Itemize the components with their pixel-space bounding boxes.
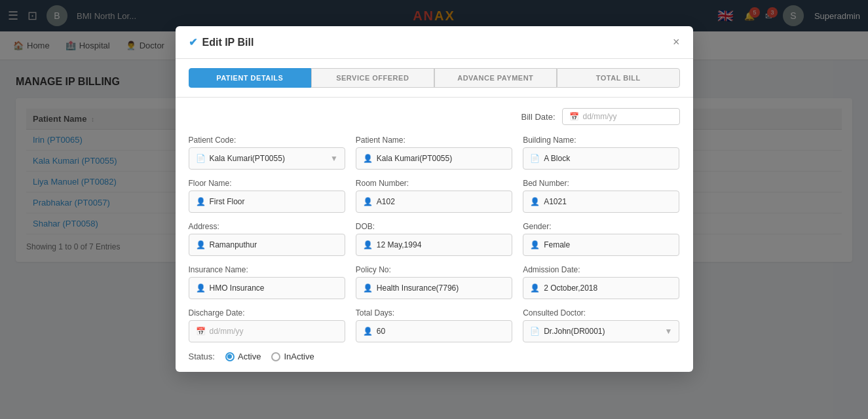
field-value: 2 October,2018 xyxy=(544,283,672,293)
field-value: HMO Insurance xyxy=(210,283,338,293)
status-active-text: Active xyxy=(238,352,261,361)
form-field-3[interactable]: 👤First Floor xyxy=(189,191,345,213)
field-value: Kala Kumari(PT0055) xyxy=(377,154,505,163)
field-value: First Floor xyxy=(210,197,338,206)
form-label-1: Patient Name: xyxy=(356,136,512,145)
form-group-8: Gender:👤Female xyxy=(523,222,679,256)
user-icon: 👤 xyxy=(530,283,540,293)
field-value: A1021 xyxy=(544,197,672,206)
user-icon: 👤 xyxy=(530,197,540,206)
form-group-2: Building Name:📄A Block xyxy=(523,136,679,170)
form-field-6[interactable]: 👤Ramanputhur xyxy=(189,234,345,256)
file-icon: 📄 xyxy=(530,327,540,336)
form-label-14: Consulted Doctor: xyxy=(523,308,679,318)
user-icon: 👤 xyxy=(363,240,373,249)
form-label-4: Room Number: xyxy=(356,179,512,188)
dropdown-arrow: ▼ xyxy=(665,327,673,336)
form-group-10: Policy No:👤Health Insurance(7796) xyxy=(356,265,512,299)
user-icon: 👤 xyxy=(363,283,373,293)
user-icon: 👤 xyxy=(530,240,540,249)
form-field-0[interactable]: 📄Kala Kumari(PT0055)▼ xyxy=(189,147,345,170)
field-value: 12 May,1994 xyxy=(377,240,505,249)
calendar-icon: 📅 xyxy=(569,112,579,121)
form-group-1: Patient Name:👤Kala Kumari(PT0055) xyxy=(356,136,512,170)
form-label-5: Bed Number: xyxy=(523,179,679,188)
status-active-label[interactable]: Active xyxy=(225,352,261,361)
user-icon: 👤 xyxy=(196,197,206,206)
form-label-12: Discharge Date: xyxy=(189,308,345,318)
form-field-8[interactable]: 👤Female xyxy=(523,234,679,256)
form-group-3: Floor Name:👤First Floor xyxy=(189,179,345,213)
user-icon: 👤 xyxy=(196,283,206,293)
form-field-4[interactable]: 👤A102 xyxy=(356,191,512,213)
modal-title-text: Edit IP Bill xyxy=(202,37,254,48)
modal-overlay: ✔ Edit IP Bill × PATIENT DETAILS SERVICE… xyxy=(0,0,868,419)
user-icon: 👤 xyxy=(363,154,373,163)
dropdown-arrow: ▼ xyxy=(330,154,338,163)
form-label-10: Policy No: xyxy=(356,265,512,274)
modal: ✔ Edit IP Bill × PATIENT DETAILS SERVICE… xyxy=(176,26,693,372)
form-field-2[interactable]: 📄A Block xyxy=(523,147,679,170)
form-group-14: Consulted Doctor:📄Dr.John(DR0001)▼ xyxy=(523,308,679,342)
form-group-12: Discharge Date:📅dd/mm/yy xyxy=(189,308,345,342)
field-value: A Block xyxy=(544,154,672,163)
form-field-5[interactable]: 👤A1021 xyxy=(523,191,679,213)
bill-date-row: Bill Date: 📅 dd/mm/yy xyxy=(189,108,680,125)
status-row: Status: Active InActive xyxy=(189,352,680,361)
form-label-2: Building Name: xyxy=(523,136,679,145)
field-value: Female xyxy=(544,240,672,249)
field-value: A102 xyxy=(377,197,505,206)
form-group-13: Total Days:👤60 xyxy=(356,308,512,342)
form-label-7: DOB: xyxy=(356,222,512,231)
field-value: Health Insurance(7796) xyxy=(377,283,505,293)
field-placeholder: dd/mm/yy xyxy=(210,327,338,336)
user-icon: 👤 xyxy=(363,197,373,206)
bill-date-input[interactable]: 📅 dd/mm/yy xyxy=(562,108,680,125)
status-label: Status: xyxy=(189,352,215,361)
form-group-0: Patient Code:📄Kala Kumari(PT0055)▼ xyxy=(189,136,345,170)
step-service-offered[interactable]: SERVICE OFFERED xyxy=(311,68,434,88)
form-group-4: Room Number:👤A102 xyxy=(356,179,512,213)
form-label-13: Total Days: xyxy=(356,308,512,318)
wizard-steps: PATIENT DETAILS SERVICE OFFERED ADVANCE … xyxy=(176,59,693,98)
form-label-0: Patient Code: xyxy=(189,136,345,145)
form-group-9: Insurance Name:👤HMO Insurance xyxy=(189,265,345,299)
status-inactive-label[interactable]: InActive xyxy=(271,352,314,361)
field-value: Dr.John(DR0001) xyxy=(544,327,660,336)
field-value: Kala Kumari(PT0055) xyxy=(210,154,326,163)
step-total-bill[interactable]: TOTAL BILL xyxy=(557,68,680,88)
check-icon: ✔ xyxy=(189,36,197,48)
modal-body: Bill Date: 📅 dd/mm/yy Patient Code:📄Kala… xyxy=(176,98,693,372)
status-active-radio[interactable] xyxy=(225,352,235,361)
form-label-6: Address: xyxy=(189,222,345,231)
status-inactive-text: InActive xyxy=(284,352,314,361)
modal-close-button[interactable]: × xyxy=(673,35,680,49)
step-advance-payment[interactable]: ADVANCE PAYMENT xyxy=(434,68,557,88)
form-group-7: DOB:👤12 May,1994 xyxy=(356,222,512,256)
step-patient-details[interactable]: PATIENT DETAILS xyxy=(189,68,312,88)
form-group-6: Address:👤Ramanputhur xyxy=(189,222,345,256)
form-field-12[interactable]: 📅dd/mm/yy xyxy=(189,320,345,342)
form-field-14[interactable]: 📄Dr.John(DR0001)▼ xyxy=(523,320,679,342)
form-group-11: Admission Date:👤2 October,2018 xyxy=(523,265,679,299)
form-field-11[interactable]: 👤2 October,2018 xyxy=(523,277,679,299)
bill-date-placeholder: dd/mm/yy xyxy=(583,112,617,121)
file-icon: 📄 xyxy=(196,154,206,163)
form-field-13[interactable]: 👤60 xyxy=(356,320,512,342)
status-inactive-radio[interactable] xyxy=(271,352,280,361)
form-label-9: Insurance Name: xyxy=(189,265,345,274)
field-value: Ramanputhur xyxy=(210,240,338,249)
form-group-5: Bed Number:👤A1021 xyxy=(523,179,679,213)
form-label-3: Floor Name: xyxy=(189,179,345,188)
cal-icon: 📅 xyxy=(196,327,206,336)
form-field-9[interactable]: 👤HMO Insurance xyxy=(189,277,345,299)
form-field-1[interactable]: 👤Kala Kumari(PT0055) xyxy=(356,147,512,170)
form-field-10[interactable]: 👤Health Insurance(7796) xyxy=(356,277,512,299)
bill-date-label: Bill Date: xyxy=(521,112,555,122)
file-icon: 📄 xyxy=(530,154,540,163)
modal-title: ✔ Edit IP Bill xyxy=(189,36,254,48)
form-field-7[interactable]: 👤12 May,1994 xyxy=(356,234,512,256)
user-icon: 👤 xyxy=(196,240,206,249)
form-grid: Patient Code:📄Kala Kumari(PT0055)▼Patien… xyxy=(189,136,680,342)
form-label-8: Gender: xyxy=(523,222,679,231)
